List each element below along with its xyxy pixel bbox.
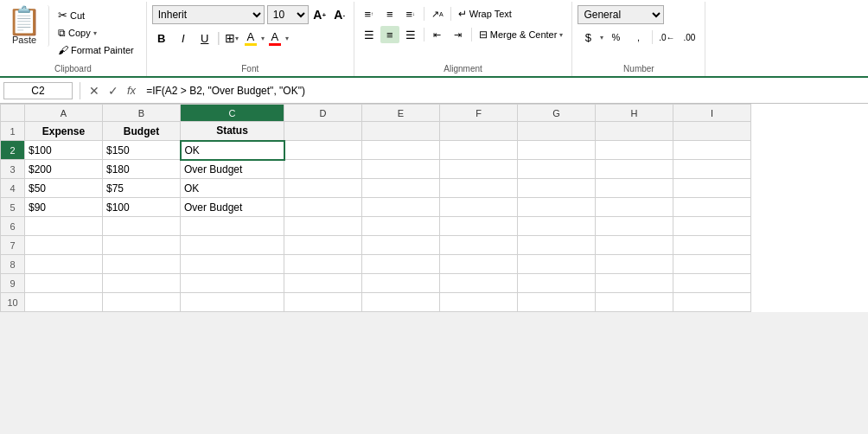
cell-A2[interactable]: $100 — [25, 141, 103, 160]
cell-I1[interactable] — [673, 122, 751, 141]
align-left-button[interactable]: ☰ — [360, 26, 379, 43]
col-header-D[interactable]: D — [284, 105, 362, 122]
currency-button[interactable]: $ — [578, 29, 598, 46]
cell-G6[interactable] — [518, 217, 596, 236]
font-name-select[interactable]: Inherit Arial Calibri — [152, 5, 265, 24]
underline-button[interactable]: U — [195, 29, 214, 48]
cell-C10[interactable] — [181, 293, 284, 312]
row-header-2[interactable]: 2 — [1, 141, 25, 160]
cell-E3[interactable] — [362, 160, 440, 179]
align-right-button[interactable]: ☰ — [401, 26, 420, 43]
cell-G10[interactable] — [518, 293, 596, 312]
row-header-3[interactable]: 3 — [1, 160, 25, 179]
cell-F1[interactable] — [440, 122, 518, 141]
cell-A6[interactable] — [25, 217, 103, 236]
wrap-text-button[interactable]: ↵ Wrap Text — [455, 6, 515, 22]
cell-E1[interactable] — [362, 122, 440, 141]
align-top-button[interactable]: ≡↑ — [360, 5, 379, 22]
cell-F6[interactable] — [440, 217, 518, 236]
row-header-8[interactable]: 8 — [1, 255, 25, 274]
cell-C5[interactable]: Over Budget — [181, 198, 284, 217]
cell-I3[interactable] — [673, 160, 751, 179]
italic-button[interactable]: I — [174, 29, 193, 48]
cell-B7[interactable] — [103, 236, 181, 255]
align-bottom-button[interactable]: ≡↓ — [401, 5, 420, 22]
cell-I10[interactable] — [673, 293, 751, 312]
cell-G3[interactable] — [518, 160, 596, 179]
cell-G8[interactable] — [518, 255, 596, 274]
border-button[interactable]: ⊞ ▾ — [223, 29, 240, 47]
cell-D9[interactable] — [284, 274, 362, 293]
cell-E4[interactable] — [362, 179, 440, 198]
col-header-H[interactable]: H — [596, 105, 673, 122]
cell-C4[interactable]: OK — [181, 179, 284, 198]
font-color-button[interactable]: A — [267, 29, 283, 47]
cut-button[interactable]: ✂ Cut — [54, 7, 137, 23]
number-format-select[interactable]: General Number Currency Percentage — [578, 5, 664, 24]
cancel-formula-button[interactable]: ✕ — [87, 82, 101, 99]
cell-E10[interactable] — [362, 293, 440, 312]
cell-A4[interactable]: $50 — [25, 179, 103, 198]
cell-E2[interactable] — [362, 141, 440, 160]
font-shrink-button[interactable]: A- — [331, 6, 348, 23]
cell-C9[interactable] — [181, 274, 284, 293]
col-header-G[interactable]: G — [518, 105, 596, 122]
fill-color-button[interactable]: A — [243, 29, 258, 47]
cell-H10[interactable] — [596, 293, 673, 312]
cell-B4[interactable]: $75 — [103, 179, 181, 198]
paste-button[interactable]: 📋 Paste — [5, 5, 49, 47]
cell-I8[interactable] — [673, 255, 751, 274]
cell-E5[interactable] — [362, 198, 440, 217]
cell-A3[interactable]: $200 — [25, 160, 103, 179]
col-header-F[interactable]: F — [440, 105, 518, 122]
copy-button[interactable]: ⧉ Copy ▾ — [54, 25, 137, 41]
bold-button[interactable]: B — [152, 29, 171, 48]
row-header-5[interactable]: 5 — [1, 198, 25, 217]
cell-E7[interactable] — [362, 236, 440, 255]
cell-I7[interactable] — [673, 236, 751, 255]
cell-D2[interactable] — [284, 141, 362, 160]
format-painter-button[interactable]: 🖌 Format Painter — [54, 42, 137, 58]
cell-C3[interactable]: Over Budget — [181, 160, 284, 179]
cell-D10[interactable] — [284, 293, 362, 312]
cell-B6[interactable] — [103, 217, 181, 236]
cell-I9[interactable] — [673, 274, 751, 293]
cell-D7[interactable] — [284, 236, 362, 255]
cell-C2[interactable]: OK — [181, 141, 284, 160]
cell-G5[interactable] — [518, 198, 596, 217]
cell-F7[interactable] — [440, 236, 518, 255]
cell-E8[interactable] — [362, 255, 440, 274]
cell-F5[interactable] — [440, 198, 518, 217]
cell-H7[interactable] — [596, 236, 673, 255]
cell-A5[interactable]: $90 — [25, 198, 103, 217]
cell-G2[interactable] — [518, 141, 596, 160]
cell-D1[interactable] — [284, 122, 362, 141]
cell-C8[interactable] — [181, 255, 284, 274]
font-size-select[interactable]: 8910111214 — [267, 5, 309, 24]
col-header-A[interactable]: A — [25, 105, 103, 122]
col-header-C[interactable]: C — [181, 105, 284, 122]
cell-I4[interactable] — [673, 179, 751, 198]
cell-I5[interactable] — [673, 198, 751, 217]
row-header-9[interactable]: 9 — [1, 274, 25, 293]
align-middle-button[interactable]: ≡ — [380, 5, 399, 22]
cell-G1[interactable] — [518, 122, 596, 141]
row-header-1[interactable]: 1 — [1, 122, 25, 141]
cell-H2[interactable] — [596, 141, 673, 160]
cell-A8[interactable] — [25, 255, 103, 274]
increase-indent-button[interactable]: ⇥ — [449, 26, 468, 43]
row-header-6[interactable]: 6 — [1, 217, 25, 236]
cell-A1[interactable]: Expense — [25, 122, 103, 141]
cell-F9[interactable] — [440, 274, 518, 293]
cell-I2[interactable] — [673, 141, 751, 160]
cell-A10[interactable] — [25, 293, 103, 312]
cell-B3[interactable]: $180 — [103, 160, 181, 179]
cell-D4[interactable] — [284, 179, 362, 198]
cell-D3[interactable] — [284, 160, 362, 179]
cell-C7[interactable] — [181, 236, 284, 255]
percent-button[interactable]: % — [605, 29, 626, 46]
cell-B10[interactable] — [103, 293, 181, 312]
cell-G4[interactable] — [518, 179, 596, 198]
col-header-I[interactable]: I — [673, 105, 751, 122]
cell-I6[interactable] — [673, 217, 751, 236]
